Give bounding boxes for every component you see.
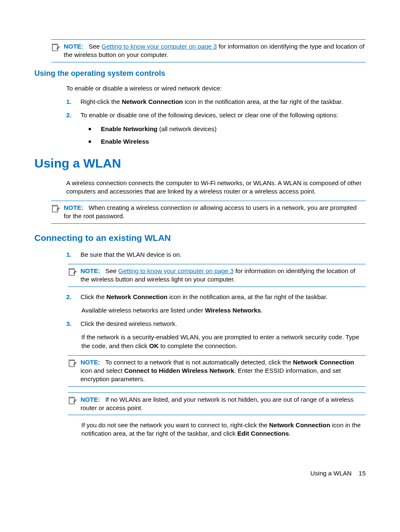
heading-os-controls: Using the operating system controls <box>34 68 366 78</box>
note-block: NOTE: If no WLANs are listed, and your n… <box>68 393 366 416</box>
note-label: NOTE: <box>64 43 83 50</box>
ordered-list: 1. Right-click the Network Connection ic… <box>66 98 366 120</box>
step-number: 2. <box>66 293 72 301</box>
body-text: To enable or disable a wireless or wired… <box>66 84 366 93</box>
note-block: NOTE: See Getting to know your computer … <box>51 39 366 62</box>
note-label: NOTE: <box>81 267 100 274</box>
bullet-list: ● Enable Networking (all network devices… <box>88 125 366 146</box>
list-item: ● Enable Networking (all network devices… <box>88 125 366 133</box>
note-text: NOTE: If no WLANs are listed, and your n… <box>81 395 366 413</box>
step-number: 2. <box>66 111 72 119</box>
svg-rect-0 <box>52 45 58 51</box>
note-text: NOTE: When creating a wireless connectio… <box>64 204 366 221</box>
note-icon <box>68 396 77 408</box>
note-block: NOTE: See Getting to know your computer … <box>68 264 366 287</box>
step-number: 3. <box>66 320 72 328</box>
footer-section: Using a WLAN <box>310 470 351 477</box>
svg-rect-2 <box>69 269 75 276</box>
step-number: 1. <box>66 251 72 259</box>
note-label: NOTE: <box>81 359 100 366</box>
list-item: 2. Click the Network Connection icon in … <box>66 293 366 301</box>
note-text: NOTE: See Getting to know your computer … <box>81 267 366 284</box>
page-footer: Using a WLAN 15 <box>310 469 366 478</box>
note-icon <box>51 43 60 54</box>
document-page: NOTE: See Getting to know your computer … <box>0 0 400 498</box>
list-item: 1. Right-click the Network Connection ic… <box>66 98 366 106</box>
link-getting-to-know[interactable]: Getting to know your computer on page 3 <box>118 267 234 274</box>
ordered-list: 1. Be sure that the WLAN device is on. <box>66 251 366 259</box>
note-text: NOTE: To connect to a network that is no… <box>81 358 366 384</box>
svg-rect-4 <box>69 398 75 404</box>
list-item: ● Enable Wireless <box>88 137 366 146</box>
note-icon <box>68 268 77 279</box>
body-text: Available wireless networks are listed u… <box>81 306 366 315</box>
bullet-icon: ● <box>88 137 91 145</box>
svg-rect-3 <box>69 361 75 367</box>
note-label: NOTE: <box>64 204 83 211</box>
body-text: If the network is a security-enabled WLA… <box>81 333 366 350</box>
ordered-list: 3. Click the desired wireless network. <box>66 320 366 328</box>
note-icon <box>68 359 77 370</box>
link-getting-to-know[interactable]: Getting to know your computer on page 3 <box>101 43 217 50</box>
list-item: 1. Be sure that the WLAN device is on. <box>66 251 366 259</box>
note-block: NOTE: When creating a wireless connectio… <box>51 201 366 224</box>
note-text: NOTE: See Getting to know your computer … <box>64 42 366 59</box>
note-icon <box>51 204 60 216</box>
note-block: NOTE: To connect to a network that is no… <box>68 355 366 387</box>
step-number: 1. <box>66 98 72 106</box>
list-item: 3. Click the desired wireless network. <box>66 320 366 328</box>
body-text: If you do not see the network you want t… <box>81 421 366 438</box>
body-text: A wireless connection connects the compu… <box>66 179 366 196</box>
svg-rect-1 <box>52 206 58 212</box>
heading-using-wlan: Using a WLAN <box>34 155 366 172</box>
heading-connecting: Connecting to an existing WLAN <box>34 232 366 244</box>
page-number: 15 <box>358 470 366 477</box>
list-item: 2. To enable or disable one of the follo… <box>66 111 366 119</box>
note-label: NOTE: <box>81 396 100 403</box>
ordered-list: 2. Click the Network Connection icon in … <box>66 293 366 301</box>
bullet-icon: ● <box>88 125 91 133</box>
